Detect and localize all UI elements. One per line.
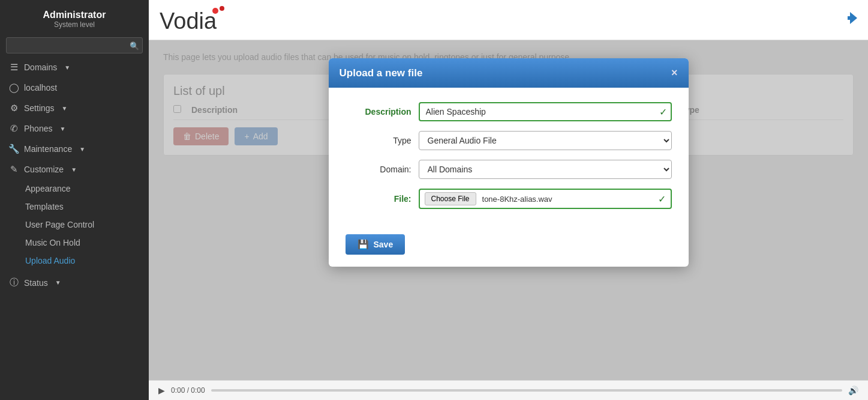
maintenance-caret: ▼ xyxy=(79,146,85,153)
sidebar-item-customize-label: Customize xyxy=(24,165,64,174)
svg-text:Vodia: Vodia xyxy=(160,8,217,34)
modal-close-button[interactable]: × xyxy=(671,67,678,79)
type-select[interactable]: General Audio File Music On Hold Rington… xyxy=(419,131,672,150)
main-content: Vodia This page lets you upload audio fi… xyxy=(149,0,868,400)
sidebar: Administrator System level 🔍 ☰ Domains ▼… xyxy=(0,0,149,400)
choose-file-button[interactable]: Choose File xyxy=(425,192,476,205)
file-name: tone-8Khz-alias.wav xyxy=(482,195,654,204)
admin-header: Administrator System level xyxy=(0,0,149,34)
appearance-label: Appearance xyxy=(25,184,71,193)
modal-overlay: Upload a new file × Description ✓ xyxy=(149,40,868,380)
file-check-icon: ✓ xyxy=(658,193,666,205)
file-input-wrap: Choose File tone-8Khz-alias.wav ✓ xyxy=(419,189,672,209)
settings-icon: ⚙ xyxy=(8,103,19,114)
type-row: Type General Audio File Music On Hold Ri… xyxy=(346,131,672,150)
domain-select-wrap: All Domains localhost xyxy=(419,160,672,179)
sidebar-item-phones-label: Phones xyxy=(24,124,52,133)
status-icon: ⓘ xyxy=(8,277,19,288)
domain-label: Domain: xyxy=(346,165,412,174)
search-bar: 🔍 xyxy=(0,34,149,57)
search-icon: 🔍 xyxy=(130,41,139,50)
localhost-icon: ◯ xyxy=(8,82,19,93)
settings-caret: ▼ xyxy=(62,105,68,112)
description-label: Description xyxy=(346,107,412,117)
save-icon: 💾 xyxy=(358,239,369,250)
user-page-control-label: User Page Control xyxy=(25,220,94,229)
modal-header: Upload a new file × xyxy=(329,58,689,88)
type-label: Type xyxy=(346,136,412,145)
audio-volume-icon[interactable]: 🔊 xyxy=(848,386,858,395)
search-input[interactable] xyxy=(6,37,143,53)
description-row: Description ✓ xyxy=(346,102,672,121)
domain-row: Domain: All Domains localhost xyxy=(346,160,672,179)
sidebar-item-status-label: Status xyxy=(24,278,48,288)
sidebar-item-settings[interactable]: ⚙ Settings ▼ xyxy=(0,98,149,118)
upload-modal: Upload a new file × Description ✓ xyxy=(329,58,689,267)
customize-icon: ✎ xyxy=(8,164,19,175)
domains-caret: ▼ xyxy=(64,64,70,71)
sidebar-item-customize[interactable]: ✎ Customize ▼ xyxy=(0,159,149,180)
description-input-wrap: ✓ xyxy=(419,102,672,121)
audio-time: 0:00 / 0:00 xyxy=(171,386,205,395)
domains-icon: ☰ xyxy=(8,62,19,73)
sidebar-item-templates[interactable]: Templates xyxy=(0,198,149,216)
modal-footer: 💾 Save xyxy=(329,231,689,267)
admin-sub: System level xyxy=(7,20,142,29)
file-row: File: Choose File tone-8Khz-alias.wav ✓ xyxy=(346,189,672,209)
sidebar-item-domains-label: Domains xyxy=(24,62,57,72)
svg-point-1 xyxy=(212,8,218,14)
sidebar-item-localhost-label: localhost xyxy=(24,83,57,92)
audio-progress-bar[interactable] xyxy=(211,389,842,392)
type-select-wrap: General Audio File Music On Hold Rington… xyxy=(419,131,672,150)
svg-marker-4 xyxy=(850,12,857,24)
save-button[interactable]: 💾 Save xyxy=(346,234,406,255)
sidebar-item-status[interactable]: ⓘ Status ▼ xyxy=(0,272,149,293)
upload-audio-label: Upload Audio xyxy=(25,256,75,265)
description-check-icon: ✓ xyxy=(659,106,667,118)
modal-title: Upload a new file xyxy=(340,67,423,79)
sidebar-item-settings-label: Settings xyxy=(24,103,55,113)
sidebar-item-maintenance-label: Maintenance xyxy=(24,144,72,154)
sidebar-item-upload-audio[interactable]: Upload Audio xyxy=(0,252,149,270)
audio-play-button[interactable]: ▶ xyxy=(158,386,165,395)
audio-bar: ▶ 0:00 / 0:00 🔊 xyxy=(149,380,868,400)
music-on-hold-label: Music On Hold xyxy=(25,238,80,247)
customize-caret: ▼ xyxy=(71,166,77,173)
admin-name: Administrator xyxy=(7,10,142,20)
sidebar-item-domains[interactable]: ☰ Domains ▼ xyxy=(0,57,149,77)
page-content: This page lets you upload audio files th… xyxy=(149,40,868,380)
phones-icon: ✆ xyxy=(8,123,19,134)
save-label: Save xyxy=(374,240,394,249)
description-input[interactable] xyxy=(419,102,672,121)
svg-point-2 xyxy=(220,6,224,11)
sidebar-item-appearance[interactable]: Appearance xyxy=(0,180,149,198)
modal-body: Description ✓ Type General Audio File M xyxy=(329,88,689,231)
topbar: Vodia xyxy=(149,0,868,40)
status-caret: ▼ xyxy=(55,279,61,286)
sidebar-item-user-page-control[interactable]: User Page Control xyxy=(0,216,149,234)
domain-select[interactable]: All Domains localhost xyxy=(419,160,672,179)
vodia-logo: Vodia xyxy=(158,5,236,35)
templates-label: Templates xyxy=(25,202,64,211)
phones-caret: ▼ xyxy=(59,126,65,132)
sidebar-item-localhost[interactable]: ◯ localhost xyxy=(0,77,149,98)
sidebar-item-phones[interactable]: ✆ Phones ▼ xyxy=(0,118,149,139)
file-label: File: xyxy=(346,194,412,204)
maintenance-icon: 🔧 xyxy=(8,144,19,154)
logout-button[interactable] xyxy=(839,8,858,32)
sidebar-item-maintenance[interactable]: 🔧 Maintenance ▼ xyxy=(0,139,149,159)
sidebar-item-music-on-hold[interactable]: Music On Hold xyxy=(0,234,149,252)
svg-rect-5 xyxy=(842,16,848,20)
